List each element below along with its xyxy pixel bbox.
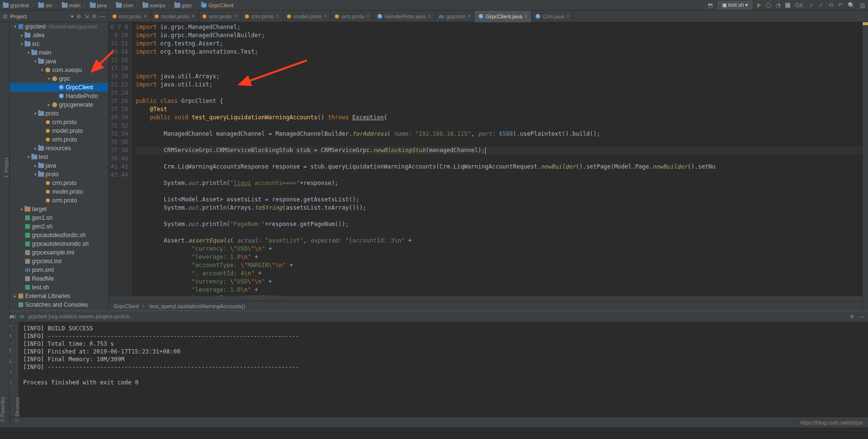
breadcrumb-class[interactable]: GrpcClient bbox=[114, 303, 139, 309]
tree-node[interactable]: ▸.idea bbox=[10, 31, 108, 40]
hide-icon[interactable]: — bbox=[859, 313, 864, 320]
tree-node[interactable]: grpcautotestfordic.sh bbox=[10, 231, 108, 240]
favorites-tab[interactable]: 2: Favorites bbox=[0, 309, 5, 422]
tree-node[interactable]: ▸java bbox=[10, 161, 108, 170]
structure-tab[interactable]: 7: Structure bbox=[15, 309, 20, 422]
breadcrumb-item[interactable]: xueqiu bbox=[143, 2, 165, 8]
run-output[interactable]: [INFO] BUILD SUCCESS [INFO] ------------… bbox=[18, 322, 868, 417]
close-icon[interactable]: × bbox=[276, 14, 279, 19]
gutter-line-numbers: 6 7 8 9 10 11 12 13 14 15 16 17 18 19 20… bbox=[109, 22, 132, 296]
close-icon[interactable]: × bbox=[367, 14, 370, 19]
left-bottom-stripe: 7: Structure 2: Favorites bbox=[0, 309, 10, 425]
tree-node[interactable]: ▸resources bbox=[10, 144, 108, 153]
breadcrumb-item[interactable]: com bbox=[116, 2, 133, 8]
close-icon[interactable]: × bbox=[468, 14, 471, 19]
editor-tab[interactable]: Crm.java× bbox=[532, 11, 574, 22]
tree-node[interactable]: ▸target bbox=[10, 205, 108, 213]
editor-tab[interactable]: orm.proto× bbox=[199, 11, 241, 22]
gear-icon[interactable]: ✲ bbox=[850, 313, 854, 320]
gear-icon[interactable]: ✲ bbox=[92, 13, 97, 20]
tree-node[interactable]: grpcautotestnondic.sh bbox=[10, 240, 108, 248]
tree-node[interactable]: ▾test bbox=[10, 153, 108, 161]
breadcrumb-item[interactable]: GrpcClient bbox=[201, 2, 233, 8]
search-icon[interactable]: 🔍 bbox=[848, 2, 855, 9]
tree-node[interactable]: crm.proto bbox=[10, 179, 108, 187]
debug-icon[interactable] bbox=[766, 3, 771, 8]
tree-node[interactable]: orm.proto bbox=[10, 196, 108, 205]
editor-tab[interactable]: model.proto× bbox=[151, 11, 199, 22]
breadcrumb-item[interactable]: main bbox=[62, 2, 81, 8]
ide-settings-icon[interactable]: ▤ bbox=[860, 2, 865, 9]
tree-node[interactable]: model.proto bbox=[10, 127, 108, 135]
close-icon[interactable]: × bbox=[428, 14, 431, 19]
close-icon[interactable]: × bbox=[191, 14, 194, 19]
run-config-selector[interactable]: ▣ test.sh ▾ bbox=[718, 1, 753, 9]
tree-node[interactable]: GrpcClient bbox=[10, 83, 108, 92]
vcs-update-icon[interactable]: ✓ bbox=[809, 2, 814, 9]
tree-node[interactable]: test.sh bbox=[10, 283, 108, 292]
tree-node[interactable]: ▾main bbox=[10, 48, 108, 57]
code-content[interactable]: import io.grpc.ManagedChannel; import io… bbox=[132, 22, 868, 296]
tree-node[interactable]: ReadMe bbox=[10, 274, 108, 283]
breadcrumb: grpctest〉src〉main〉java〉com〉xueqiu〉grpc〉G… bbox=[3, 1, 233, 9]
tree-node[interactable]: gen1.sh bbox=[10, 213, 108, 222]
project-tree[interactable]: ▾grpctest ~/Downloads/grpctest▸.idea▾src… bbox=[10, 22, 109, 311]
tree-node[interactable]: ▸External Libraries bbox=[10, 292, 108, 300]
tree-node[interactable]: orm.proto bbox=[10, 135, 108, 144]
project-tab[interactable]: 1: Project bbox=[4, 157, 9, 178]
build-icon[interactable]: ⬒ bbox=[708, 2, 713, 9]
tree-node[interactable]: mpom.xml bbox=[10, 266, 108, 274]
project-tool-header[interactable]: ▤ Project ▾ ⊕ ⇲ ✲ — bbox=[0, 11, 109, 22]
left-tool-stripe[interactable]: 1: Project bbox=[0, 22, 10, 311]
close-icon[interactable]: × bbox=[324, 14, 327, 19]
tree-node[interactable]: ▾proto bbox=[10, 170, 108, 179]
coverage-icon[interactable]: ◔ bbox=[776, 2, 781, 9]
tree-node[interactable]: model.proto bbox=[10, 187, 108, 196]
tree-node[interactable]: HandleProto bbox=[10, 92, 108, 100]
editor-tab[interactable]: HandleProto.java× bbox=[374, 11, 435, 22]
editor-tab[interactable]: crm.proto× bbox=[109, 11, 151, 22]
breadcrumb-item[interactable]: grpc bbox=[174, 2, 192, 8]
vcs-revert-icon[interactable]: ↶ bbox=[838, 2, 843, 9]
tree-node[interactable]: crm.proto bbox=[10, 118, 108, 127]
close-icon[interactable]: × bbox=[144, 14, 146, 19]
editor-tab[interactable]: GrpcClient.java× bbox=[475, 11, 532, 22]
breadcrumb-item[interactable]: java bbox=[90, 2, 107, 8]
tree-node[interactable]: ▾proto bbox=[10, 109, 108, 118]
tree-node[interactable]: ▾java bbox=[10, 57, 108, 66]
tree-node[interactable]: grpcexample.iml bbox=[10, 248, 108, 257]
tree-node[interactable]: ▾com.xueqiu bbox=[10, 66, 108, 74]
tree-node[interactable]: Scratches and Consoles bbox=[10, 300, 108, 309]
editor-tab[interactable]: orm.proto× bbox=[331, 11, 374, 22]
warning-marker[interactable] bbox=[863, 22, 868, 25]
editor-tab[interactable]: model.proto× bbox=[283, 11, 331, 22]
toolbar-right: ⬒ ▣ test.sh ▾ ◔ Git: ✓ ✓ ⟲ ↶ 🔍 ▤ bbox=[708, 1, 865, 9]
run-config-name: grpctest [org.xolstice.maven.plugins:pro… bbox=[28, 313, 133, 319]
breadcrumb-method[interactable]: test_queryLiquidationWarningAccounts() bbox=[150, 303, 246, 309]
tree-node[interactable]: ▸grpcgenerate bbox=[10, 100, 108, 109]
close-icon[interactable]: × bbox=[525, 14, 528, 19]
tree-node[interactable]: gen2.sh bbox=[10, 222, 108, 231]
tree-node[interactable]: ▾grpctest ~/Downloads/grpctest bbox=[10, 22, 108, 31]
editor-tab[interactable]: mgrpctest× bbox=[435, 11, 475, 22]
stop-icon[interactable] bbox=[785, 3, 790, 8]
tree-node[interactable]: ▾src bbox=[10, 40, 108, 48]
status-bar: https://blog.csdn.net/ddzyx bbox=[0, 417, 868, 427]
editor-breadcrumb[interactable]: GrpcClient 〉 test_queryLiquidationWarnin… bbox=[109, 301, 868, 311]
editor: 6 7 8 9 10 11 12 13 14 15 16 17 18 19 20… bbox=[109, 22, 868, 311]
error-stripe[interactable] bbox=[862, 22, 868, 311]
scroll-from-source-icon[interactable]: ⊕ bbox=[76, 13, 81, 20]
vcs-commit-icon[interactable]: ✓ bbox=[819, 2, 824, 9]
tree-node[interactable]: ▾grpc bbox=[10, 74, 108, 83]
tree-node[interactable]: grpctest.iml bbox=[10, 257, 108, 266]
editor-horizontal-scrollbar[interactable] bbox=[109, 296, 868, 301]
collapse-all-icon[interactable]: ⇲ bbox=[84, 13, 89, 20]
close-icon[interactable]: × bbox=[566, 14, 569, 19]
close-icon[interactable]: × bbox=[234, 14, 237, 19]
editor-tab[interactable]: crm.proto× bbox=[241, 11, 283, 22]
run-icon[interactable] bbox=[757, 3, 761, 8]
vcs-history-icon[interactable]: ⟲ bbox=[828, 2, 833, 9]
hide-icon[interactable]: — bbox=[100, 13, 105, 20]
breadcrumb-item[interactable]: src bbox=[38, 2, 53, 8]
breadcrumb-item[interactable]: grpctest bbox=[3, 2, 29, 8]
